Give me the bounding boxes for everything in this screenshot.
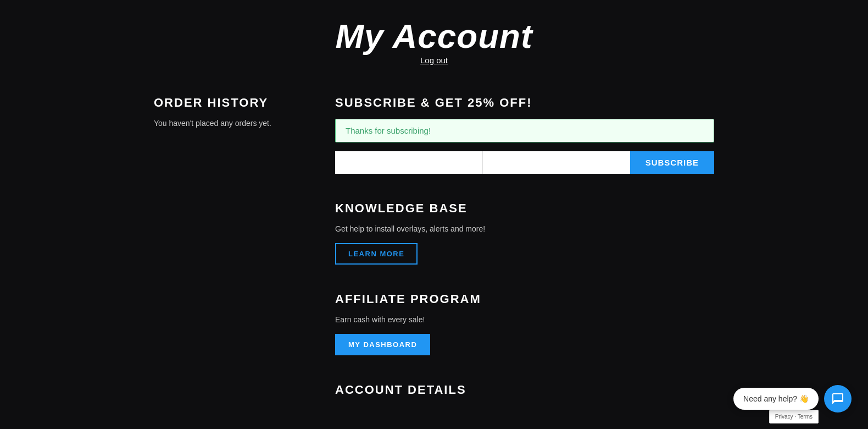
right-column: SUBSCRIBE & GET 25% OFF! Thanks for subs… xyxy=(335,96,714,425)
page-title: My Account xyxy=(0,16,868,56)
chat-open-button[interactable] xyxy=(824,385,852,413)
affiliate-description: Earn cash with every sale! xyxy=(335,315,714,324)
recaptcha-text: Privacy · Terms xyxy=(775,414,813,420)
subscribe-title: SUBSCRIBE & GET 25% OFF! xyxy=(335,96,714,110)
knowledge-base-section: KNOWLEDGE BASE Get help to install overl… xyxy=(335,201,714,265)
subscribe-success-message: Thanks for subscribing! xyxy=(335,119,714,142)
chat-widget: Need any help? 👋 xyxy=(733,385,852,413)
subscribe-form: SUBSCRIBE xyxy=(335,151,714,174)
email-input[interactable] xyxy=(483,151,630,174)
my-dashboard-button[interactable]: MY DASHBOARD xyxy=(335,334,430,355)
order-history-title: ORDER HISTORY xyxy=(154,96,291,110)
affiliate-title: AFFILIATE PROGRAM xyxy=(335,292,714,306)
learn-more-button[interactable]: LEARN MORE xyxy=(335,243,418,265)
main-content: ORDER HISTORY You haven't placed any ord… xyxy=(132,96,736,425)
knowledge-base-title: KNOWLEDGE BASE xyxy=(335,201,714,216)
account-details-section: ACCOUNT DETAILS xyxy=(335,383,714,397)
chat-icon xyxy=(831,392,844,405)
subscribe-section: SUBSCRIBE & GET 25% OFF! Thanks for subs… xyxy=(335,96,714,174)
left-column: ORDER HISTORY You haven't placed any ord… xyxy=(154,96,291,425)
logout-link[interactable]: Log out xyxy=(420,56,448,65)
first-name-input[interactable] xyxy=(335,151,483,174)
page-header: My Account Log out xyxy=(0,0,868,74)
subscribe-button[interactable]: SUBSCRIBE xyxy=(630,151,714,174)
account-details-title: ACCOUNT DETAILS xyxy=(335,383,714,397)
knowledge-base-description: Get help to install overlays, alerts and… xyxy=(335,224,714,233)
affiliate-section: AFFILIATE PROGRAM Earn cash with every s… xyxy=(335,292,714,355)
chat-bubble: Need any help? 👋 xyxy=(733,388,819,410)
order-history-empty: You haven't placed any orders yet. xyxy=(154,119,291,128)
